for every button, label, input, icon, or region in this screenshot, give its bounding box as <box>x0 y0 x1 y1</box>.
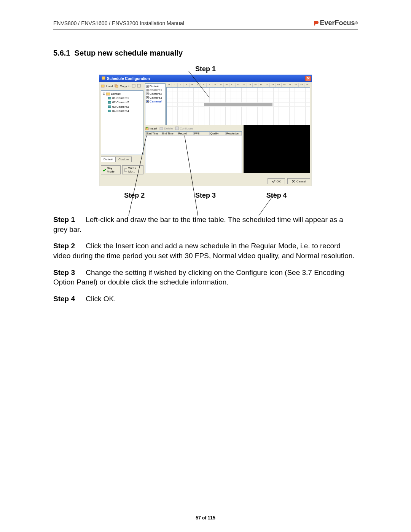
expand-icon[interactable]: + <box>146 100 149 103</box>
col-quality: Quality <box>210 132 226 135</box>
camlist-item[interactable]: +Camera3 <box>146 96 165 99</box>
timetable-row[interactable] <box>167 91 310 95</box>
step-paragraph: Step 2 Click the Insert icon and add a n… <box>53 241 358 260</box>
step-body: Left-click and draw the bar to the time … <box>53 216 343 233</box>
svg-rect-16 <box>175 127 178 130</box>
week-mode-button[interactable]: Week Mo... <box>122 165 143 174</box>
window-body: Load Copy to <box>99 82 312 176</box>
document-page: ENVS800 / ENVS1600 / ENVS3200 Installati… <box>0 0 411 532</box>
steps-text: Step 1 Left-click and draw the bar to th… <box>53 215 358 304</box>
camlist-item-selected[interactable]: +Camera4 <box>146 99 165 103</box>
callout-step1: Step 1 <box>53 65 358 73</box>
extra-icon-1[interactable] <box>132 84 135 88</box>
callout-step4: Step 4 <box>266 192 287 200</box>
expand-icon[interactable]: + <box>146 85 149 88</box>
delete-icon <box>159 126 163 130</box>
check-icon <box>272 179 276 183</box>
window-title: Schedule Configuration <box>105 77 305 81</box>
screenshot-figure: Schedule Configuration ✕ Load Copy to <box>99 75 312 186</box>
insert-button[interactable]: Insert <box>145 126 157 130</box>
col-resolution: Resolution <box>226 132 242 135</box>
configure-icon <box>175 126 179 130</box>
copyto-icon[interactable] <box>115 84 118 88</box>
left-pane: Load Copy to <box>101 83 143 174</box>
extra-icon-2[interactable] <box>137 84 141 88</box>
camera-list[interactable]: +Default +Camera1 +Camera2 +Camera3 +Cam… <box>145 83 166 125</box>
schedule-bar[interactable] <box>204 103 272 106</box>
tree-item[interactable]: 03 Camera3 <box>108 105 142 109</box>
step-paragraph: Step 3 Change the setting if wished by c… <box>53 268 358 287</box>
box-icon <box>124 168 127 172</box>
svg-rect-5 <box>101 85 104 87</box>
tree-item[interactable]: 01 Camera1 <box>108 96 142 100</box>
tab-default[interactable]: Default <box>101 157 116 162</box>
page-header: ENVS800 / ENVS1600 / ENVS3200 Installati… <box>53 19 358 30</box>
schedule-table[interactable]: Start Time End Time Record FPS Quality R… <box>145 131 242 173</box>
brand-text: EverFocus <box>320 19 355 27</box>
svg-rect-11 <box>124 169 127 171</box>
svg-rect-9 <box>137 84 140 87</box>
camera-icon <box>108 97 111 99</box>
col-end: End Time <box>161 132 177 135</box>
titlebar-icon <box>102 76 105 81</box>
doc-title: ENVS800 / ENVS1600 / ENVS3200 Installati… <box>53 20 184 26</box>
page-number: 57 of 115 <box>0 515 411 521</box>
camlist-item[interactable]: +Camera2 <box>146 92 165 96</box>
left-toolbar: Load Copy to <box>101 83 143 89</box>
col-fps: FPS <box>194 132 210 135</box>
x-icon <box>292 179 295 183</box>
schedule-table-header: Start Time End Time Record FPS Quality R… <box>145 132 242 136</box>
expand-icon[interactable]: + <box>146 96 149 99</box>
camera-icon <box>108 110 111 112</box>
tree-item[interactable]: 02 Camera2 <box>108 100 142 104</box>
svg-rect-4 <box>102 77 105 80</box>
schedule-config-window: Schedule Configuration ✕ Load Copy to <box>99 75 312 186</box>
load-icon[interactable] <box>101 84 105 88</box>
window-titlebar: Schedule Configuration ✕ <box>99 75 312 82</box>
configure-button[interactable]: Configure <box>175 126 193 130</box>
timetable-row-selected[interactable] <box>167 103 310 107</box>
bottom-callouts: Step 2 Step 3 Step 4 <box>99 192 312 200</box>
step-label: Step 4 <box>53 294 84 304</box>
everfocus-icon <box>313 20 319 26</box>
timetable-row[interactable] <box>167 95 310 99</box>
day-mode-button[interactable]: Day Mode <box>101 165 121 174</box>
timetable-grid[interactable] <box>166 87 310 125</box>
col-record: Record <box>177 132 193 135</box>
brand-logo: EverFocus® <box>313 19 358 27</box>
camera-icon <box>108 101 111 104</box>
check-icon <box>103 168 106 172</box>
step-body: Change the setting if wished by clicking… <box>53 268 344 286</box>
tree-item[interactable]: 04 Camera4 <box>108 109 142 113</box>
step-body: Click OK. <box>86 295 116 303</box>
load-label[interactable]: Load <box>106 85 113 88</box>
insert-icon <box>145 126 149 130</box>
expand-icon[interactable]: + <box>146 89 149 91</box>
timetable-area: 0123456789101112131415161718192021222324 <box>166 83 310 125</box>
col-start: Start Time <box>145 132 161 135</box>
step-label: Step 3 <box>53 268 84 278</box>
tab-custom[interactable]: Custom <box>116 157 132 162</box>
copyto-label[interactable]: Copy to <box>120 85 131 88</box>
callout-step2: Step 2 <box>124 192 145 200</box>
expand-icon[interactable]: + <box>146 93 149 95</box>
section-heading: 5.6.1 Setup new schedule manually <box>53 49 358 58</box>
svg-rect-15 <box>160 128 163 130</box>
tree-root[interactable]: Default <box>103 92 142 96</box>
camlist-item[interactable]: +Camera1 <box>146 88 165 92</box>
delete-button[interactable]: Delete <box>159 126 173 130</box>
right-pane: +Default +Camera1 +Camera2 +Camera3 +Cam… <box>145 83 310 174</box>
timetable-row[interactable] <box>167 99 310 103</box>
camlist-item[interactable]: +Default <box>146 84 165 88</box>
close-icon[interactable]: ✕ <box>305 76 311 81</box>
mode-buttons: Day Mode Week Mo... <box>101 165 143 174</box>
timetable-row[interactable] <box>167 88 310 91</box>
callout-step3: Step 3 <box>195 192 216 200</box>
cancel-button[interactable]: Cancel <box>287 178 310 184</box>
step-body: Click the Insert icon and add a new sche… <box>53 242 355 260</box>
camera-tree[interactable]: Default 01 Camera1 02 Camera2 03 Camera3… <box>101 90 143 155</box>
step-paragraph: Step 1 Left-click and draw the bar to th… <box>53 215 358 234</box>
step-paragraph: Step 4 Click OK. <box>53 294 358 304</box>
ok-button[interactable]: OK <box>268 178 285 184</box>
schedule-tabs: Default Custom <box>101 157 143 162</box>
